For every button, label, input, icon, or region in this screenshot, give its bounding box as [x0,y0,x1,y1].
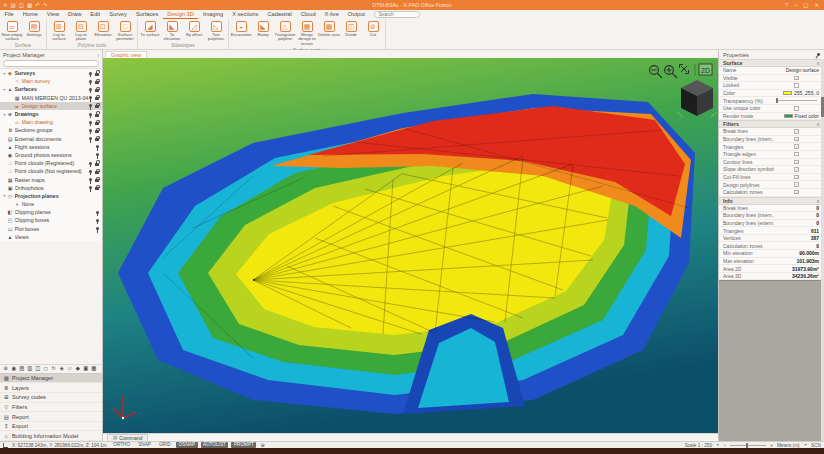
zoom-slider-minus[interactable]: − [723,443,726,448]
nav-item-survey-codes[interactable]: ⊞Survey codes [0,393,102,403]
unlock-icon[interactable] [95,105,99,108]
tree-item-main-drawing[interactable]: ▱Main drawing [0,118,102,126]
nav-item-export[interactable]: ↥Export [0,422,102,432]
checkbox-checked[interactable]: ✓ [794,160,799,165]
tab-graphic-view[interactable]: Graphic view [105,51,147,58]
ribbon-button-to-surface[interactable]: ◢To surface [139,19,161,42]
checkbox-checked[interactable]: ✓ [794,167,799,172]
pin-icon[interactable] [89,72,92,75]
search-input[interactable] [374,11,420,18]
unlock-icon[interactable] [95,122,99,125]
pin-icon[interactable] [89,121,92,124]
nav-item-layers[interactable]: ≣Layers [0,383,102,393]
pin-icon[interactable] [89,137,92,140]
checkbox-checked[interactable]: ✓ [794,129,799,134]
collapse-section-icon[interactable]: ∧ [816,121,820,127]
pin-icon[interactable] [96,227,99,230]
unlock-icon[interactable] [95,163,99,166]
section-header-info[interactable]: Info∧ [719,197,824,205]
unlock-icon[interactable] [95,89,99,92]
checkbox-checked[interactable]: ✓ [794,190,799,195]
pin-icon[interactable] [89,129,92,132]
tree-item-none[interactable]: +None [0,200,102,208]
open-project-icon[interactable]: ▤ [11,0,16,10]
redo-icon[interactable]: ↷ [43,0,48,10]
ribbon-button-triangulate-polyline[interactable]: △Triangulate polyline [274,19,296,47]
unlock-icon[interactable] [95,130,99,133]
tree-item-main-survey[interactable]: ≈Main survey [0,77,102,85]
menu-view[interactable]: View [42,10,63,19]
pin-icon[interactable] [89,170,92,173]
pin-icon[interactable] [96,153,99,156]
menu-design-3d[interactable]: Design 3D [163,10,199,19]
tree-item-ground-photos-sessions[interactable]: ◉Ground photos sessions [0,151,102,159]
ribbon-button-elevation[interactable]: ⊡Elevation [92,19,114,42]
ribbon-button-by-offset[interactable]: ◿By offset [183,19,205,42]
transparency-slider[interactable] [776,100,817,101]
checkbox-checked[interactable]: ✓ [794,76,799,81]
unlock-icon[interactable] [95,138,99,141]
nav-item-building-information-model[interactable]: ⌂Building Information Model [0,431,102,441]
ribbon-button-new-empty-surface[interactable]: ▱New empty surface [1,19,23,42]
unlock-icon[interactable] [95,114,99,117]
unlock-icon[interactable] [95,171,99,174]
pin-icon[interactable] [89,104,92,107]
command-tab[interactable]: ▤ Command [107,434,148,441]
collapse-section-icon[interactable]: ∧ [816,198,820,204]
pin-icon[interactable] [96,145,99,148]
ribbon-button-lay-to-surface[interactable]: ⊞Lay to surface [48,19,70,42]
nav-item-filters[interactable]: ▽Filters [0,403,102,413]
tree-item-clipping-planes[interactable]: ◧Clipping planes [0,208,102,216]
pin-icon[interactable] [89,80,92,83]
ribbon-button-two-polylines[interactable]: ◺Two polylines [205,19,227,42]
menu-survey[interactable]: Survey [105,10,132,19]
tree-item-clipping-boxes[interactable]: ◰Clipping boxes [0,216,102,224]
section-header-filters[interactable]: Filters∧ [719,120,824,128]
checkbox[interactable] [794,83,799,88]
menu-home[interactable]: Home [18,10,42,19]
tree-item-surfaces[interactable]: ▾▲Surfaces [0,85,102,93]
ribbon-button-surface-perimeter[interactable]: □Surface perimeter [114,19,136,42]
save-project-icon[interactable]: ◫ [19,0,24,10]
ribbon-button-to-elevation[interactable]: ◣To elevation [161,19,183,42]
checkbox-checked[interactable]: ✓ [794,137,799,142]
pin-icon[interactable] [89,186,92,189]
menu-cloud[interactable]: Cloud [296,10,320,19]
unlock-icon[interactable] [95,81,99,84]
nav-item-report[interactable]: ▤Report [0,412,102,422]
zoom-slider-knob[interactable] [746,443,748,448]
nav-item-project-manager[interactable]: ▦Project Manager [0,374,102,384]
tree-item-external-documents[interactable]: ▤External documents [0,135,102,143]
tree-item-point-clouds-registered[interactable]: ∴Point clouds (Registered) [0,159,102,167]
menu-x-sections[interactable]: X sections [228,10,263,19]
close-button[interactable]: ✕ [814,0,819,10]
graphic-view-scene[interactable]: 2D [103,58,718,433]
pin-icon[interactable] [89,88,92,91]
zoom-slider-plus[interactable]: + [770,443,773,448]
units-selector[interactable]: Meters (m) [777,443,800,448]
unlock-icon[interactable] [95,187,99,190]
pin-icon[interactable] [89,113,92,116]
checkbox[interactable] [794,152,799,157]
zoom-slider[interactable] [730,445,766,446]
checkbox-checked[interactable]: ✓ [794,144,799,149]
tree-item-raster-maps[interactable]: ▦Raster maps [0,175,102,183]
tree-item-projection-planes[interactable]: ▾◇Projection planes [0,192,102,200]
color-swatch[interactable] [784,114,793,119]
ribbon-button-delete-area[interactable]: ▩Delete area [318,19,340,47]
menu-draw[interactable]: Draw [64,10,86,19]
pin-panel-icon[interactable] [816,52,820,56]
tree-item-orthophotos[interactable]: ▣Orthophotos [0,184,102,192]
ribbon-button-merge-design-to-terrain[interactable]: ▦Merge design to terrain [296,19,318,47]
checkbox[interactable] [794,106,799,111]
pin-icon[interactable] [96,211,99,214]
terrain-3d-render[interactable]: 2D [103,58,718,433]
color-swatch[interactable] [783,91,792,96]
pin-icon[interactable] [96,219,99,222]
ribbon-button-lay-to-plane[interactable]: ⊟Lay to plane [70,19,92,42]
tree-item-surveys[interactable]: ▾◆Surveys [0,69,102,77]
view-2d-icon[interactable]: 2D [699,64,712,75]
menu-output[interactable]: Output [343,10,369,19]
pin-icon[interactable] [89,96,92,99]
ribbon-button-divide[interactable]: ◫Divide [340,19,362,47]
